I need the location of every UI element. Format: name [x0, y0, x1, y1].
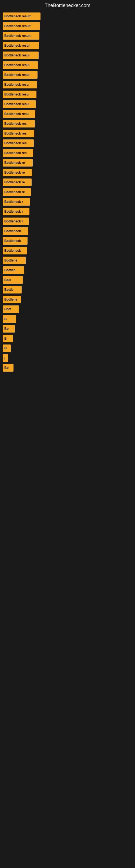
bottleneck-bar: Bottleneck re — [3, 179, 32, 186]
bar-row: B — [3, 344, 132, 352]
bar-label: Bottleneck result — [4, 34, 31, 38]
bottleneck-bar: Bottleneck resu — [3, 81, 37, 88]
bar-row: Bottleneck — [3, 237, 132, 245]
bar-label: Bottleneck resu — [4, 83, 29, 87]
bar-row: Bottleneck re — [3, 169, 132, 176]
bottleneck-bar: | — [3, 354, 8, 362]
bottleneck-bar: Bottleneck resu — [3, 110, 35, 118]
bar-label: Bottlen — [4, 268, 15, 272]
bottleneck-bar: Bottleneck res — [3, 130, 34, 137]
bar-row: Bottleneck res — [3, 149, 132, 157]
bar-row: Bottleneck res — [3, 120, 132, 127]
bar-label: Bo — [4, 327, 9, 331]
bar-row: Bott — [3, 305, 132, 313]
bottleneck-bar: Bottleneck re — [3, 159, 33, 166]
bar-row: Bottle — [3, 286, 132, 293]
bar-row: Bottleneck r — [3, 218, 132, 225]
bottleneck-bar: Bottleneck result — [3, 12, 41, 20]
bar-row: Bo — [3, 325, 132, 333]
bottleneck-bar: Bott — [3, 305, 19, 313]
bar-row: Bottleneck re — [3, 179, 132, 186]
bar-label: Bottleneck res — [4, 151, 27, 155]
bottleneck-bar: Bottleneck resul — [3, 42, 39, 50]
bar-label: B — [4, 337, 7, 340]
bar-label: Bottleneck — [4, 229, 21, 233]
bar-row: | — [3, 354, 132, 362]
bar-label: B — [4, 346, 7, 350]
bar-row: Bottlene — [3, 296, 132, 303]
bottleneck-bar: Bottleneck resul — [3, 71, 38, 79]
bottleneck-bar: Bottleneck result — [3, 32, 39, 40]
bar-row: Bottleneck resu — [3, 81, 132, 88]
bar-row: Bottleneck result — [3, 12, 132, 20]
bar-label: B — [4, 317, 7, 321]
bar-row: Bottleneck resu — [3, 110, 132, 118]
bar-row: Bottleneck resul — [3, 61, 132, 69]
bar-row: Bottleneck result — [3, 32, 132, 40]
bars-container: Bottleneck resultBottleneck resultBottle… — [0, 12, 135, 374]
bottleneck-bar: Bottleneck re — [3, 188, 31, 196]
bar-label: Bottleneck resul — [4, 73, 30, 77]
bar-label: Bottleneck re — [4, 190, 25, 194]
site-title: TheBottlenecker.com — [0, 0, 135, 12]
bar-label: Bottleneck resul — [4, 44, 30, 48]
bar-label: Bottleneck r — [4, 219, 23, 223]
bottleneck-bar: Bottleneck re — [3, 169, 32, 176]
bottleneck-bar: B — [3, 335, 13, 342]
bar-label: Bottleneck — [4, 239, 21, 243]
bar-row: B — [3, 335, 132, 342]
bar-label: Bottleneck result — [4, 24, 31, 28]
bar-label: Bottleneck r — [4, 200, 23, 204]
bar-label: Bottleneck res — [4, 122, 27, 126]
bar-label: Bottlene — [4, 298, 17, 301]
bottleneck-bar: Bottleneck resul — [3, 61, 38, 69]
bar-label: Bottleneck — [4, 249, 21, 252]
bar-row: Bo — [3, 364, 132, 372]
bar-row: Bottleneck res — [3, 140, 132, 147]
bottleneck-bar: Bottleneck r — [3, 208, 30, 215]
bar-row: Bottleneck r — [3, 208, 132, 215]
bar-row: B — [3, 315, 132, 323]
bar-label: Bottleneck re — [4, 161, 25, 165]
bar-label: Bottleneck resul — [4, 54, 30, 57]
bar-label: Bottleneck result — [4, 14, 31, 18]
bottleneck-bar: Bott — [3, 276, 23, 284]
bar-row: Bottlen — [3, 267, 132, 274]
bar-label: Bottleneck resul — [4, 63, 30, 67]
bottleneck-bar: Bottleneck res — [3, 149, 33, 157]
bar-row: Bottleneck resul — [3, 42, 132, 50]
bottleneck-bar: Bottlen — [3, 267, 24, 274]
bar-row: Bottleneck result — [3, 22, 132, 30]
bottleneck-bar: Bottlene — [3, 257, 26, 264]
bottleneck-bar: Bottleneck result — [3, 22, 40, 30]
bar-label: Bottleneck res — [4, 131, 27, 135]
bottleneck-bar: Bottleneck r — [3, 218, 29, 225]
bar-row: Bottleneck resul — [3, 52, 132, 59]
bar-row: Bottleneck — [3, 247, 132, 254]
bar-label: Bottleneck resu — [4, 112, 29, 116]
bar-label: Bottleneck resu — [4, 93, 29, 96]
bottleneck-bar: Bottleneck resu — [3, 100, 36, 108]
bar-label: Bottleneck re — [4, 180, 25, 184]
bottleneck-bar: Bottleneck — [3, 237, 28, 245]
bar-label: Bott — [4, 278, 11, 282]
bar-row: Bottleneck resu — [3, 100, 132, 108]
bottleneck-bar: Bottleneck — [3, 247, 27, 254]
bottleneck-bar: Bottleneck res — [3, 120, 35, 127]
bottleneck-bar: Bottleneck — [3, 227, 28, 235]
bar-label: Bottleneck re — [4, 170, 25, 175]
bar-row: Bott — [3, 276, 132, 284]
bar-row: Bottleneck resu — [3, 91, 132, 98]
bar-row: Bottleneck re — [3, 188, 132, 196]
bottleneck-bar: Bottleneck resu — [3, 91, 37, 98]
bar-row: Bottleneck re — [3, 159, 132, 166]
bar-label: Bottleneck resu — [4, 102, 29, 106]
bottleneck-bar: B — [3, 315, 16, 323]
bottleneck-bar: Bo — [3, 325, 15, 333]
bar-label: Bott — [4, 307, 11, 311]
bar-row: Bottleneck — [3, 227, 132, 235]
bottleneck-bar: Bottlene — [3, 296, 21, 303]
bottleneck-bar: B — [3, 344, 11, 352]
bottleneck-bar: Bottle — [3, 286, 21, 293]
bar-label: Bottleneck res — [4, 141, 27, 145]
